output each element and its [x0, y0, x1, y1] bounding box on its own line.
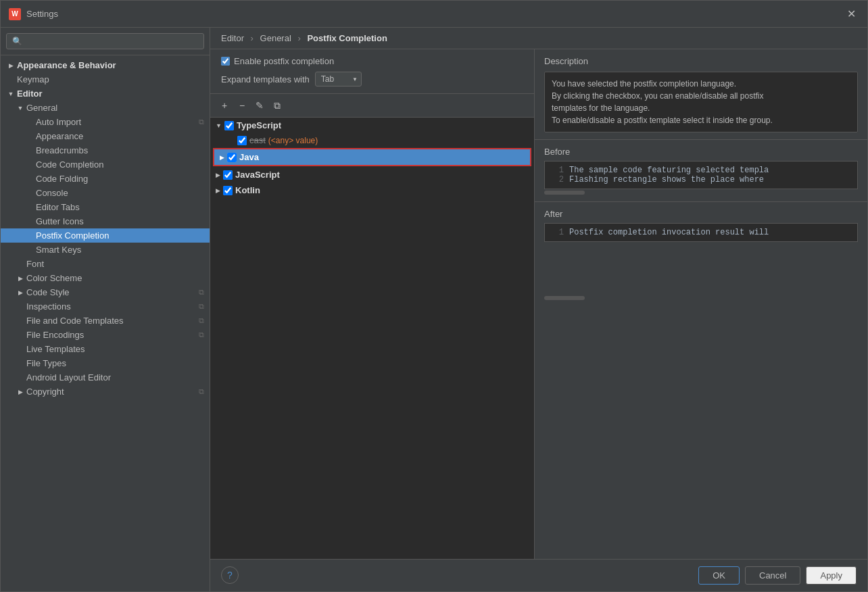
- sidebar-item-code-completion[interactable]: Code Completion: [1, 157, 210, 172]
- copy-icon: ⧉: [199, 118, 204, 126]
- sidebar-item-gutter-icons[interactable]: Gutter Icons: [1, 214, 210, 228]
- after-line-1: 1 Postfix completion invocation result w…: [550, 228, 852, 237]
- arrow-icon: [25, 189, 34, 198]
- apply-button[interactable]: Apply: [806, 566, 857, 585]
- enable-checkbox[interactable]: [221, 57, 230, 66]
- close-button[interactable]: ✕: [843, 6, 859, 22]
- remove-button[interactable]: −: [235, 98, 249, 113]
- arrow-icon: [25, 217, 34, 226]
- kotlin-group-header[interactable]: ▶ Kotlin: [210, 182, 534, 198]
- sidebar-item-code-folding[interactable]: Code Folding: [1, 172, 210, 186]
- add-button[interactable]: +: [217, 98, 232, 113]
- sidebar-item-label: Auto Import: [36, 117, 81, 127]
- kotlin-checkbox[interactable]: [223, 186, 233, 195]
- sidebar-item-inspections[interactable]: Inspections ⧉: [1, 299, 210, 314]
- arrow-icon: [16, 274, 25, 283]
- java-checkbox[interactable]: [227, 153, 237, 162]
- before-title: Before: [544, 147, 858, 157]
- javascript-checkbox[interactable]: [223, 170, 233, 180]
- cancel-button[interactable]: Cancel: [745, 566, 800, 585]
- sidebar-item-label: Editor Tabs: [36, 202, 80, 212]
- expand-arrow: ▶: [216, 172, 220, 178]
- sidebar-tree: Appearance & Behavior Keymap Editor Gene…: [1, 55, 210, 591]
- arrow-icon: [16, 302, 25, 312]
- arrow-icon: [16, 103, 25, 113]
- sidebar-item-file-and-code-templates[interactable]: File and Code Templates ⧉: [1, 314, 210, 328]
- after-section: After 1 Postfix completion invocation re…: [535, 202, 867, 307]
- arrow-icon: [16, 345, 25, 354]
- sidebar-item-appearance[interactable]: Appearance: [1, 129, 210, 143]
- edit-button[interactable]: ✎: [252, 98, 267, 113]
- sidebar-item-label: Font: [26, 259, 44, 269]
- expand-select[interactable]: Tab Enter Space: [315, 72, 362, 87]
- title-bar: W Settings ✕: [1, 1, 867, 28]
- sidebar-item-label: Keymap: [17, 74, 49, 84]
- sidebar-item-appearance-behavior[interactable]: Appearance & Behavior: [1, 58, 210, 72]
- scrollbar-thumb: [544, 296, 585, 300]
- java-group: ▶ Java: [214, 149, 530, 165]
- settings-dialog: W Settings ✕ Appearance & Behavior Keyma…: [0, 0, 868, 592]
- sidebar-item-file-types[interactable]: File Types: [1, 356, 210, 370]
- sidebar-item-label: Console: [36, 188, 68, 198]
- sidebar-item-label: Breadcrumbs: [36, 145, 88, 155]
- sidebar-item-copyright[interactable]: Copyright ⧉: [1, 385, 210, 399]
- sidebar-item-live-templates[interactable]: Live Templates: [1, 342, 210, 356]
- sidebar-item-label: Appearance: [36, 131, 83, 141]
- search-input[interactable]: [6, 33, 204, 49]
- sidebar-item-keymap[interactable]: Keymap: [1, 72, 210, 87]
- sidebar-item-console[interactable]: Console: [1, 186, 210, 200]
- sidebar-item-label: Postfix Completion: [36, 230, 109, 241]
- sidebar-item-editor[interactable]: Editor: [1, 87, 210, 101]
- typescript-checkbox[interactable]: [224, 121, 234, 130]
- sidebar-item-postfix-completion[interactable]: Postfix Completion: [1, 228, 210, 243]
- sidebar-item-auto-import[interactable]: Auto Import ⧉: [1, 115, 210, 129]
- after-code: 1 Postfix completion invocation result w…: [544, 223, 858, 242]
- arrow-icon: [25, 118, 34, 127]
- sidebar-item-file-encodings[interactable]: File Encodings ⧉: [1, 328, 210, 342]
- sidebar-item-label: Code Folding: [36, 174, 88, 184]
- arrow-icon: [16, 260, 25, 269]
- help-button[interactable]: ?: [221, 566, 239, 584]
- sidebar-item-label: Color Scheme: [26, 273, 82, 283]
- typescript-group-header[interactable]: ▼ TypeScript: [210, 118, 534, 133]
- sidebar-item-breadcrumbs[interactable]: Breadcrumbs: [1, 143, 210, 157]
- description-panel: Description You have selected the postfi…: [535, 49, 867, 559]
- java-group-header[interactable]: ▶ Java: [214, 149, 530, 165]
- javascript-group: ▶ JavaScript: [210, 167, 534, 182]
- java-highlight-border: ▶ Java: [213, 148, 531, 166]
- search-box: [1, 28, 210, 55]
- sidebar-item-color-scheme[interactable]: Color Scheme: [1, 271, 210, 285]
- enable-label: Enable postfix completion: [234, 56, 334, 66]
- expand-select-wrapper: Tab Enter Space: [315, 72, 362, 87]
- sidebar-item-smart-keys[interactable]: Smart Keys: [1, 243, 210, 257]
- after-title: After: [544, 209, 858, 219]
- before-line-2: 2 Flashing rectangle shows the place whe…: [550, 175, 852, 184]
- copy-icon: ⧉: [199, 302, 204, 311]
- javascript-group-header[interactable]: ▶ JavaScript: [210, 167, 534, 182]
- description-text: You have selected the postfix completion…: [544, 72, 858, 132]
- breadcrumb-current: Postfix Completion: [307, 33, 387, 43]
- sidebar-item-label: Live Templates: [26, 344, 85, 354]
- cast-suffix: (<any> value): [268, 136, 318, 145]
- line-content: Postfix completion invocation result wil…: [569, 228, 769, 237]
- copy-button[interactable]: ⧉: [270, 98, 285, 113]
- expand-arrow: ▶: [216, 187, 220, 194]
- before-line-1: 1 The sample code featuring selected tem…: [550, 166, 852, 175]
- cast-checkbox[interactable]: [237, 136, 247, 145]
- sidebar-item-general[interactable]: General: [1, 101, 210, 115]
- arrow-icon: [16, 330, 25, 340]
- sidebar-item-android-layout-editor[interactable]: Android Layout Editor: [1, 370, 210, 385]
- breadcrumb-editor: Editor: [221, 33, 244, 43]
- ok-button[interactable]: OK: [698, 566, 740, 585]
- sidebar-item-editor-tabs[interactable]: Editor Tabs: [1, 200, 210, 214]
- breadcrumb-sep2: ›: [297, 33, 300, 43]
- templates-toolbar: + − ✎ ⧉: [210, 94, 534, 118]
- sidebar-item-font[interactable]: Font: [1, 257, 210, 271]
- arrow-icon: [25, 146, 34, 155]
- sidebar-item-code-style[interactable]: Code Style ⧉: [1, 285, 210, 299]
- arrow-icon: [25, 160, 34, 170]
- sidebar-item-label: General: [26, 103, 57, 113]
- sidebar-item-label: Code Style: [26, 287, 70, 297]
- typescript-cast-item[interactable]: cast (<any> value): [210, 133, 534, 147]
- before-code: 1 The sample code featuring selected tem…: [544, 161, 858, 189]
